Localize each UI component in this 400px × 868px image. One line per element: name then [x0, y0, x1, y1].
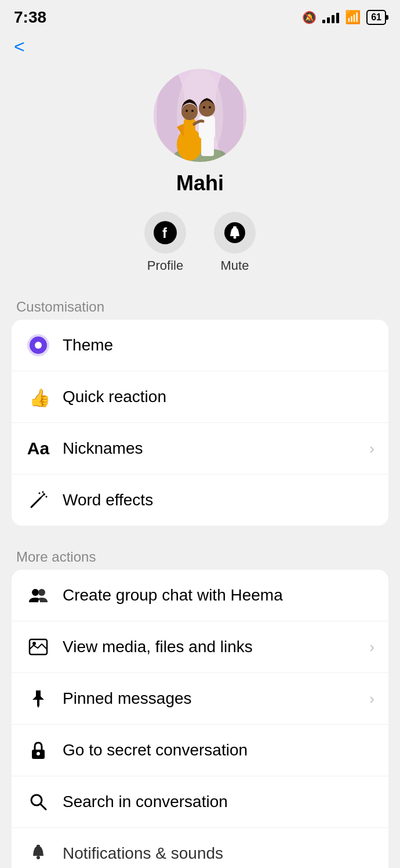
view-media-item[interactable]: View media, files and links ›	[12, 621, 388, 673]
search-conversation-label: Search in conversation	[63, 793, 374, 811]
more-actions-section-label: More actions	[0, 540, 400, 570]
mute-action-button[interactable]: Mute	[214, 212, 256, 273]
svg-point-8	[186, 110, 188, 112]
create-group-item[interactable]: Create group chat with Heema	[12, 570, 388, 621]
svg-line-21	[32, 498, 41, 506]
theme-label: Theme	[63, 336, 374, 355]
signal-icon	[322, 12, 339, 23]
back-chevron-icon[interactable]: <	[14, 36, 25, 57]
svg-point-33	[37, 752, 40, 755]
svg-point-37	[37, 856, 40, 859]
secret-conversation-label: Go to secret conversation	[63, 741, 374, 760]
thumbsup-icon: 👍	[26, 384, 51, 410]
pinned-messages-label: Pinned messages	[63, 689, 365, 708]
svg-text:f: f	[162, 225, 168, 241]
mute-status-icon: 🔕	[302, 10, 317, 24]
wifi-icon: 📶	[345, 10, 361, 25]
profile-section: Mahi f Profile	[0, 60, 400, 290]
pinned-messages-item[interactable]: Pinned messages ›	[12, 673, 388, 725]
svg-point-28	[32, 589, 39, 596]
svg-line-35	[41, 804, 46, 809]
svg-point-26	[39, 493, 41, 494]
pinned-messages-chevron-icon: ›	[369, 690, 374, 708]
svg-line-27	[31, 506, 32, 507]
nicknames-label: Nicknames	[63, 439, 365, 458]
search-icon	[26, 789, 51, 815]
status-bar: 7:38 🔕 📶 61	[0, 0, 400, 31]
svg-point-9	[191, 110, 194, 112]
svg-text:👍: 👍	[29, 388, 49, 407]
theme-icon	[26, 332, 51, 358]
quick-reaction-item[interactable]: 👍 Quick reaction	[12, 371, 388, 423]
create-group-label: Create group chat with Heema	[63, 586, 374, 605]
word-effects-label: Word effects	[63, 491, 374, 509]
more-actions-list: Create group chat with Heema View media,…	[12, 570, 388, 868]
nicknames-chevron-icon: ›	[369, 440, 374, 458]
svg-point-7	[181, 104, 198, 120]
aa-icon: Aa	[26, 436, 51, 461]
word-effects-item[interactable]: Word effects	[12, 475, 388, 526]
notifications-label: Notifications & sounds	[63, 844, 374, 863]
svg-rect-10	[201, 136, 214, 156]
svg-line-22	[41, 496, 43, 498]
svg-point-31	[32, 642, 36, 645]
notification-icon	[26, 841, 51, 866]
search-conversation-item[interactable]: Search in conversation	[12, 776, 388, 828]
svg-point-29	[38, 589, 45, 596]
svg-point-25	[46, 496, 48, 498]
word-effects-icon	[26, 487, 51, 513]
secret-conversation-item[interactable]: Go to secret conversation	[12, 725, 388, 776]
profile-action-label: Profile	[147, 258, 183, 273]
svg-point-23	[43, 493, 45, 496]
avatar[interactable]	[154, 69, 246, 162]
svg-point-18	[234, 236, 237, 239]
status-time: 7:38	[14, 8, 46, 27]
profile-icon-circle: f	[144, 212, 186, 254]
mute-icon-circle	[214, 212, 256, 254]
view-media-label: View media, files and links	[63, 638, 365, 656]
quick-reaction-label: Quick reaction	[63, 388, 374, 406]
customisation-section-label: Customisation	[0, 290, 400, 320]
svg-point-13	[203, 106, 205, 108]
group-icon	[26, 583, 51, 608]
svg-rect-6	[184, 118, 195, 136]
theme-item[interactable]: Theme	[12, 320, 388, 371]
view-media-chevron-icon: ›	[369, 638, 374, 656]
lock-icon	[26, 737, 51, 763]
notifications-item[interactable]: Notifications & sounds	[12, 828, 388, 868]
back-button[interactable]: <	[0, 31, 400, 60]
svg-rect-19	[233, 226, 237, 228]
profile-action-button[interactable]: f Profile	[144, 212, 186, 273]
status-icons: 🔕 📶 61	[302, 10, 386, 25]
battery-icon: 61	[366, 10, 386, 25]
customisation-list: Theme 👍 Quick reaction Aa Nicknames ›	[12, 320, 388, 526]
pin-icon	[26, 686, 51, 711]
nicknames-item[interactable]: Aa Nicknames ›	[12, 423, 388, 475]
action-buttons: f Profile Mute	[144, 212, 256, 273]
mute-action-label: Mute	[221, 258, 249, 273]
media-icon	[26, 634, 51, 660]
contact-name: Mahi	[176, 171, 224, 196]
svg-point-24	[42, 491, 44, 493]
svg-rect-36	[37, 845, 40, 847]
svg-point-14	[209, 106, 211, 108]
svg-rect-11	[199, 115, 215, 139]
